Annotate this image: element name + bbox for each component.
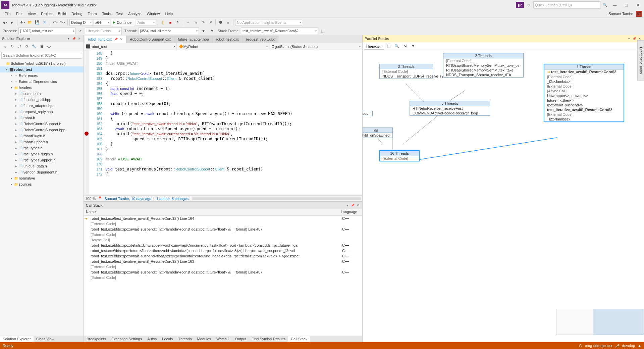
file-item[interactable]: ▸📄function_call.hpp <box>0 97 84 103</box>
debug-tab[interactable]: Find Symbol Results <box>249 336 288 342</box>
menu-view[interactable]: View <box>25 11 39 16</box>
file-item[interactable]: ▸📄future_adapter.hpp <box>0 103 84 109</box>
file-item[interactable]: ▸📄robotSupport.h <box>0 139 84 145</box>
file-item[interactable]: ▸📄RobotControlSupport.hpp <box>0 127 84 133</box>
debug-tab[interactable]: Breakpoints <box>84 336 109 342</box>
call-stack-row[interactable]: robot_test.exe!dds::rpc::await_suspend::… <box>84 269 362 275</box>
stack-box-loop[interactable]: oop <box>363 111 373 116</box>
thread-flag-icon[interactable]: ⚑ <box>208 28 215 34</box>
call-stack-row[interactable]: robot_test.exe!test_iterative_await$_Res… <box>84 216 362 221</box>
close-button[interactable]: ✕ <box>633 1 643 9</box>
redo-button[interactable]: ↷ <box>59 19 66 26</box>
call-stack-row[interactable]: [External Code] <box>84 232 362 237</box>
call-stack-row[interactable]: [Async Call] <box>84 237 362 243</box>
hex-button[interactable]: ⬢ <box>217 19 224 26</box>
normative-folder[interactable]: ▸📁normative <box>0 175 84 181</box>
undo-button[interactable]: ↶ <box>52 19 58 26</box>
file-item[interactable]: ▸📄request_reply.hpp <box>0 109 84 115</box>
menu-debug[interactable]: Debug <box>69 11 85 16</box>
pane-menu-icon[interactable]: ▾ <box>66 36 71 41</box>
notifications-badge[interactable]: ▮ 2 <box>516 2 524 8</box>
file-item[interactable]: ▸📄rpc_typesPlugin.h <box>0 151 84 157</box>
step-into-button[interactable]: ↘ <box>192 19 199 26</box>
config-combo[interactable]: Debug D <box>69 19 93 26</box>
debug-tab[interactable]: Output <box>232 336 249 342</box>
search-icon[interactable]: 🔍 <box>602 2 608 8</box>
restart-button[interactable]: ↻ <box>174 19 181 26</box>
solution-node[interactable]: 📁Solution 'robot-vs2015' (1 project) <box>0 60 84 66</box>
process-combo[interactable]: [16072] robot_test.exe <box>18 28 75 34</box>
call-stack-list[interactable]: robot_test.exe!test_iterative_await$_Res… <box>84 216 362 336</box>
repo-icon[interactable]: ⬡ <box>579 344 582 348</box>
tab-solution-explorer[interactable]: Solution Explorer <box>0 336 34 342</box>
call-stack-row[interactable]: [External Code] <box>84 275 362 280</box>
user-avatar[interactable]: ST <box>636 11 642 17</box>
tab-robotcontrolsupport[interactable]: RobotControlSupport.cxx <box>126 36 175 43</box>
view-code-icon[interactable]: <> <box>46 43 52 50</box>
breakpoint-margin[interactable] <box>84 50 89 195</box>
pane-menu-icon[interactable]: ▾ <box>627 36 631 41</box>
frame-combo[interactable]: test_iterative_await$_ResumeCoro$2 <box>241 28 318 34</box>
file-item[interactable]: ▸📄robot.h <box>0 115 84 121</box>
repo-name[interactable]: omg-dds-rpc-cxx <box>585 344 612 348</box>
platform-combo[interactable]: x64 <box>94 19 110 26</box>
menu-edit[interactable]: Edit <box>13 11 25 16</box>
stack-box-2-threads[interactable]: 2 Threads [External Code] RTIOsapiShared… <box>443 53 524 78</box>
pane-pin-icon[interactable]: 📌 <box>350 203 355 208</box>
frame-icon[interactable]: ⬚ <box>319 28 326 34</box>
show-all-icon[interactable]: ⊞ <box>38 43 45 50</box>
tab-class-view[interactable]: Class View <box>34 336 57 342</box>
debug-tab[interactable]: Watch 1 <box>214 336 232 342</box>
solution-search-input[interactable] <box>1 52 82 59</box>
publish-icon[interactable]: ▲ <box>638 344 641 348</box>
call-stack-row[interactable]: robot_test.exe!dds::rpc::future<float>::… <box>84 248 362 253</box>
call-stack-row[interactable]: robot_test.exe!dds::rpc::details::Unwrap… <box>84 243 362 248</box>
stack-box-1-thread[interactable]: 1 Thread ➜ test_iterative_await$_ResumeC… <box>544 64 624 122</box>
stack-box-5-threads[interactable]: 5 Threads RTINetioReceiver_receiveFast C… <box>410 101 490 116</box>
menu-build[interactable]: Build <box>55 11 69 16</box>
user-name-label[interactable]: Sumant Tambe <box>606 11 636 16</box>
menu-help[interactable]: Help <box>163 11 176 16</box>
file-item[interactable]: ▸📄common.h <box>0 91 84 97</box>
maximize-button[interactable]: ▢ <box>621 1 631 9</box>
menu-test[interactable]: Test <box>113 11 125 16</box>
tab-future-adapter[interactable]: future_adapter.hpp <box>174 36 212 43</box>
refresh-icon[interactable]: ⟳ <box>23 43 30 50</box>
headers-folder[interactable]: ▾📁headers <box>0 85 84 91</box>
pane-close-icon[interactable]: ✕ <box>356 203 360 208</box>
tab-robot-func[interactable]: robot_func.cxx📌✕ <box>85 36 126 43</box>
minimize-button[interactable]: — <box>610 1 620 9</box>
lifecycle-combo[interactable]: Lifecycle Events <box>85 28 122 34</box>
references-node[interactable]: ▸▫References <box>0 72 84 79</box>
menu-window[interactable]: Window <box>144 11 162 16</box>
pane-close-icon[interactable]: ✕ <box>77 36 82 41</box>
step-out-button[interactable]: ↗ <box>207 19 214 26</box>
nav-member[interactable]: ⚙ getStatus(Status & status) <box>269 43 362 50</box>
debug-tab[interactable]: Locals <box>159 336 175 342</box>
toggle-method-icon[interactable]: ⬚ <box>385 43 392 50</box>
col-language[interactable]: Language <box>339 209 362 215</box>
threads-button[interactable]: ≡ <box>225 19 231 26</box>
insights-combo[interactable]: No Application Insights Events <box>235 19 302 26</box>
auto-combo[interactable]: Auto <box>136 19 156 26</box>
save-button[interactable]: 💾 <box>34 19 41 26</box>
next-statement-button[interactable]: → <box>185 19 192 26</box>
pin-icon[interactable]: 📌 <box>114 38 118 41</box>
sync-icon[interactable]: ⇄ <box>16 43 23 50</box>
col-name[interactable]: Name <box>84 209 339 215</box>
parallel-canvas[interactable]: 3 Threads [External Code] NDDS_Transport… <box>363 50 644 342</box>
thread-combo[interactable]: [3584] ntdll.dll thread <box>139 28 199 34</box>
stack-box-hild[interactable]: ds hild_onSpawned <box>363 128 393 138</box>
stop-button[interactable]: ■ <box>167 19 174 26</box>
project-node[interactable]: ▸⬛robot_test <box>0 66 84 72</box>
continue-button[interactable]: ▶Continue <box>111 19 135 26</box>
debug-tab[interactable]: Threads <box>175 336 194 342</box>
properties-icon[interactable]: 🔧 <box>31 43 38 50</box>
flag-icon[interactable]: ⚑ <box>410 43 416 50</box>
debug-tab[interactable]: Autos <box>145 336 159 342</box>
tab-robot-test[interactable]: robot_test.cxx <box>213 36 243 43</box>
file-item[interactable]: ▸📄rpc_types.h <box>0 145 84 151</box>
code-editor[interactable]: 1481491501511521531541551561571581591601… <box>84 50 362 195</box>
step-over-button[interactable]: ↷ <box>200 19 206 26</box>
sources-folder[interactable]: ▸📁sources <box>0 181 84 187</box>
